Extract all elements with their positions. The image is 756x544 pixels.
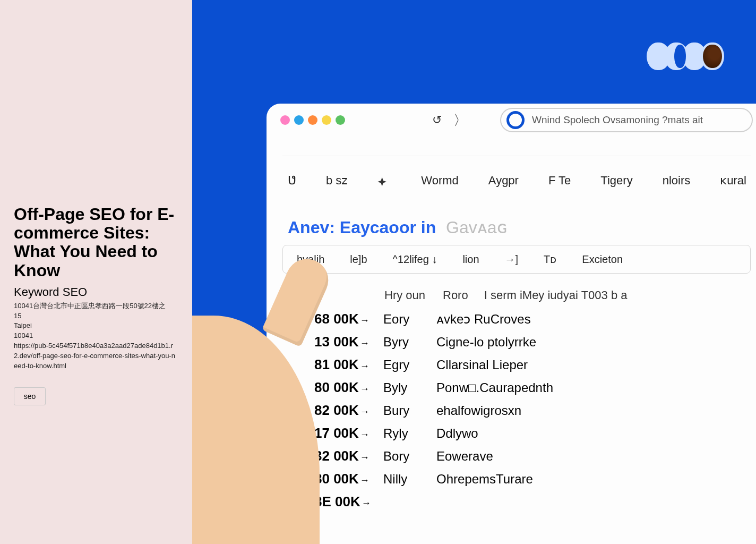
col-category <box>383 490 436 513</box>
window-controls[interactable] <box>280 115 345 125</box>
col-category: Bory <box>383 445 436 468</box>
col-volume: 32 00K→ <box>314 445 383 468</box>
menu-item-8[interactable]: nloirs <box>663 174 691 188</box>
chip-7[interactable]: Excieton <box>582 253 623 266</box>
search-bar[interactable]: Wnind Spolech Ovsamoning ?mats ait <box>500 108 753 132</box>
forward-arrow-icon[interactable]: 〉 <box>453 111 467 130</box>
headline: Anev: Eaycaoor in Gavᴀaɢ <box>282 205 751 245</box>
menu-item-3[interactable] <box>377 174 391 188</box>
titlebar: ↺ 〉 Wnind Spolech Ovsamoning ?mats ait <box>267 104 756 137</box>
page-title: Off-Page SEO for E-commerce Sites: What … <box>14 205 178 280</box>
table-row[interactable]: 68 00K→Eoryᴀvkeɔ RuCroves <box>314 308 553 330</box>
col-category: Nilly <box>383 468 436 490</box>
table-row[interactable]: 8E 00K→ <box>314 490 553 513</box>
toolbar-chips: hvalih le]b ^12lifeg ↓ lion →] Tᴅ Exciet… <box>282 245 751 274</box>
col-category: Ryly <box>383 422 436 445</box>
chip-4[interactable]: lion <box>462 253 479 266</box>
menu-item-4[interactable]: Wormd <box>421 174 459 188</box>
col-keyword: Cllarsinal Lieper <box>436 353 553 376</box>
col-keyword: ᴀvkeɔ RuCroves <box>436 308 553 330</box>
table-row[interactable]: 80 00K→NillyOhrepemsTurare <box>314 468 553 490</box>
col-category: Bury <box>383 399 436 422</box>
menu-item-6[interactable]: F Te <box>548 174 571 188</box>
table-header: ⟳ Hry oun Roro I serm iMey iudyai T003 b… <box>282 281 751 308</box>
col-volume: 17 00K→ <box>314 422 383 445</box>
col-keyword: OhrepemsTurare <box>436 468 553 490</box>
menu-item-1[interactable]: ᕟ <box>288 174 296 188</box>
menu-item-5[interactable]: Aygpr <box>488 174 519 188</box>
keyword-table: 68 00K→Eoryᴀvkeɔ RuCroves13 00K→ByryCign… <box>314 308 553 513</box>
table-row[interactable]: 13 00K→ByryCigne-lo ptolyrrke <box>314 330 553 353</box>
address-postcode: 10041 <box>14 331 178 341</box>
left-sidebar: Off-Page SEO for E-commerce Sites: What … <box>0 0 192 544</box>
menu-item-2[interactable]: b sᴢ <box>326 174 348 188</box>
col-keyword: Ddlywo <box>436 422 553 445</box>
col-volume: 8E 00K→ <box>314 490 383 513</box>
col-keyword: Ponw□.Caurapednth <box>436 376 553 399</box>
col-keyword: Cigne-lo ptolyrrke <box>436 330 553 353</box>
col-volume: 13 00K→ <box>314 330 383 353</box>
col-category: Byry <box>383 330 436 353</box>
sparkle-icon <box>377 174 391 188</box>
chip-6[interactable]: Tᴅ <box>544 253 556 266</box>
chip-2[interactable]: le]b <box>350 253 367 266</box>
table-row[interactable]: 17 00K→RylyDdlywo <box>314 422 553 445</box>
menu-item-9[interactable]: ᴋural <box>720 174 746 188</box>
menu-item-7[interactable]: Tigery <box>600 174 632 188</box>
page-subtitle: Keyword SEO <box>14 285 178 299</box>
search-text: Wnind Spolech Ovsamoning ?mats ait <box>532 114 703 126</box>
seo-tag[interactable]: seo <box>14 387 46 405</box>
logo-bubbles <box>647 42 724 70</box>
chip-5[interactable]: →] <box>505 253 519 266</box>
col-keyword: Eowerave <box>436 445 553 468</box>
refresh-icon[interactable]: ↺ <box>432 113 442 127</box>
col-keyword <box>436 490 553 513</box>
col-keyword: ehalfowigrosxn <box>436 399 553 422</box>
col-category: Byly <box>383 376 436 399</box>
hero-area: ↺ 〉 Wnind Spolech Ovsamoning ?mats ait ᕟ… <box>192 0 756 544</box>
browser-window: ↺ 〉 Wnind Spolech Ovsamoning ?mats ait ᕟ… <box>267 104 756 544</box>
col-volume: 68 00K→ <box>314 308 383 330</box>
col-volume: 81 00K→ <box>314 353 383 376</box>
top-menu: ᕟ b sᴢ Wormd Aygpr F Te Tigery nloirs ᴋu… <box>282 156 751 205</box>
table-row[interactable]: 80 00K→BylyPonw□.Caurapednth <box>314 376 553 399</box>
col-volume: 82 00K→ <box>314 399 383 422</box>
col-volume: 80 00K→ <box>314 376 383 399</box>
page-url: https://pub-5c454f571b8e40a3a2aad27ade84… <box>14 341 178 371</box>
chip-3[interactable]: ^12lifeg ↓ <box>393 253 437 266</box>
col-category: Eory <box>383 308 436 330</box>
table-row[interactable]: 81 00K→EgryCllarsinal Lieper <box>314 353 553 376</box>
table-row[interactable]: 32 00K→BoryEowerave <box>314 445 553 468</box>
col-volume: 80 00K→ <box>314 468 383 490</box>
address-city: Taipei <box>14 321 178 331</box>
col-category: Egry <box>383 353 436 376</box>
table-row[interactable]: 82 00K→Buryehalfowigrosxn <box>314 399 553 422</box>
address-number: 15 <box>14 311 178 321</box>
search-icon <box>506 111 525 129</box>
address-line: 10041台灣台北市中正區忠孝西路一段50號22樓之 <box>14 301 178 311</box>
